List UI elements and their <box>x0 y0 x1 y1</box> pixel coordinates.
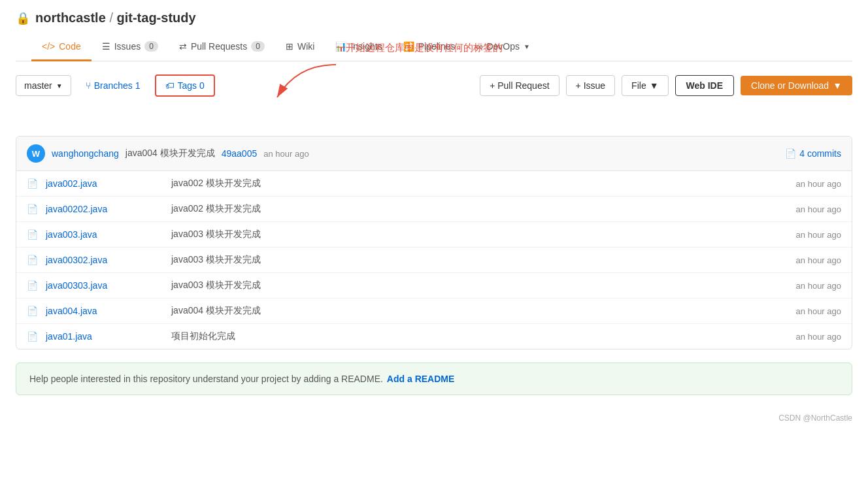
repo-owner: northcastle <box>35 10 106 25</box>
file-time: an hour ago <box>776 204 841 214</box>
pull-requests-icon: ⇄ <box>179 41 187 52</box>
clone-download-button[interactable]: Clone or Download ▼ <box>741 76 852 95</box>
tags-button[interactable]: 🏷 Tags 0 <box>155 74 215 97</box>
tab-devops-label: DevOps <box>486 41 520 52</box>
repo-separator: / <box>109 10 116 25</box>
file-commit: java004 模块开发完成 <box>171 305 768 317</box>
clone-caret-icon: ▼ <box>833 80 842 91</box>
issues-badge: 0 <box>144 41 158 52</box>
toolbar: master ▼ ⑂ Branches 1 🏷 Tags 0 + Pull Re… <box>16 74 852 97</box>
branch-dropdown[interactable]: master ▼ <box>16 75 71 96</box>
tags-label: Tags 0 <box>178 80 205 91</box>
file-row: 📄 java00202.java java002 模块开发完成 an hour … <box>16 197 852 222</box>
web-ide-button[interactable]: Web IDE <box>675 75 735 96</box>
commit-message: java004 模块开发完成 <box>125 148 215 159</box>
tab-pull-requests-label: Pull Requests <box>191 41 247 52</box>
tab-wiki[interactable]: ⊞ Wiki <box>275 33 325 61</box>
file-name[interactable]: java00202.java <box>46 204 163 214</box>
pull-request-button-label: + Pull Request <box>490 80 549 91</box>
file-icon: 📄 <box>27 280 38 291</box>
tab-insights[interactable]: 📊 Insights <box>325 33 392 61</box>
wiki-icon: ⊞ <box>286 41 293 52</box>
file-time: an hour ago <box>776 255 841 265</box>
footer-text: CSDN @NorthCastle <box>778 413 852 423</box>
add-readme-link[interactable]: Add a README <box>387 374 454 384</box>
file-name[interactable]: java01.java <box>46 331 163 342</box>
file-commit: 项目初始化完成 <box>171 331 768 342</box>
file-commit: java003 模块开发完成 <box>171 229 768 240</box>
insights-icon: 📊 <box>335 41 346 52</box>
code-icon: </> <box>42 41 55 52</box>
branch-caret-icon: ▼ <box>56 82 63 89</box>
file-button[interactable]: File ▼ <box>622 75 668 96</box>
tab-pull-requests[interactable]: ⇄ Pull Requests 0 <box>169 33 275 61</box>
file-commit: java002 模块开发完成 <box>171 178 768 189</box>
tab-issues[interactable]: ☰ Issues 0 <box>92 33 169 61</box>
file-commit: java003 模块开发完成 <box>171 280 768 291</box>
file-name[interactable]: java002.java <box>46 178 163 189</box>
readme-notice: Help people interested in this repositor… <box>16 363 852 395</box>
commit-author[interactable]: wanghongchang <box>52 148 119 159</box>
repo-full-name: northcastle / git-tag-study <box>35 10 196 25</box>
tab-issues-label: Issues <box>114 41 141 52</box>
devops-caret-icon: ▼ <box>524 43 530 50</box>
tag-icon: 🏷 <box>165 80 175 91</box>
devops-icon: ∞ <box>476 41 482 52</box>
pull-requests-badge: 0 <box>251 41 265 52</box>
tab-pipelines-label: Pipelines <box>418 41 456 52</box>
commit-header: W wanghongchang java004 模块开发完成 49aa005 a… <box>16 137 852 171</box>
file-name[interactable]: java00302.java <box>46 255 163 265</box>
file-row: 📄 java004.java java004 模块开发完成 an hour ag… <box>16 299 852 324</box>
web-ide-label: Web IDE <box>686 80 724 91</box>
repo-name: git-tag-study <box>117 10 196 25</box>
branches-count-label: Branches 1 <box>94 80 141 91</box>
file-time: an hour ago <box>776 281 841 291</box>
pipelines-icon: 🔁 <box>403 41 414 52</box>
file-row: 📄 java002.java java002 模块开发完成 an hour ag… <box>16 171 852 197</box>
file-commit: java003 模块开发完成 <box>171 254 768 266</box>
file-icon: 📄 <box>27 178 38 189</box>
commits-count-label: 4 commits <box>799 148 841 159</box>
file-time: an hour ago <box>776 306 841 316</box>
nav-tabs: </> Code ☰ Issues 0 ⇄ Pull Requests 0 ⊞ … <box>16 33 852 61</box>
pull-request-button[interactable]: + Pull Request <box>480 75 559 96</box>
tab-code[interactable]: </> Code <box>31 33 92 61</box>
tab-devops[interactable]: ∞ DevOps ▼ <box>465 33 540 61</box>
clone-button-label: Clone or Download <box>751 80 829 91</box>
file-row: 📄 java00303.java java003 模块开发完成 an hour … <box>16 273 852 299</box>
file-row: 📄 java01.java 项目初始化完成 an hour ago <box>16 324 852 349</box>
file-row: 📄 java003.java java003 模块开发完成 an hour ag… <box>16 222 852 248</box>
commit-time: an hour ago <box>263 149 309 159</box>
tab-pipelines[interactable]: 🔁 Pipelines <box>393 33 466 61</box>
file-name[interactable]: java003.java <box>46 229 163 240</box>
file-row: 📄 java00302.java java003 模块开发完成 an hour … <box>16 248 852 273</box>
file-name[interactable]: java004.java <box>46 306 163 316</box>
file-time: an hour ago <box>776 332 841 342</box>
commit-count[interactable]: 📄 4 commits <box>785 148 841 159</box>
commits-count-icon: 📄 <box>785 148 796 159</box>
issues-icon: ☰ <box>102 41 110 52</box>
file-icon: 📄 <box>27 255 38 265</box>
branch-label: master <box>24 80 52 91</box>
file-icon: 📄 <box>27 229 38 240</box>
lock-icon: 🔒 <box>16 11 30 25</box>
file-icon: 📄 <box>27 306 38 316</box>
commit-hash[interactable]: 49aa005 <box>222 148 258 159</box>
file-time: an hour ago <box>776 230 841 240</box>
tab-code-label: Code <box>59 41 80 52</box>
tab-insights-label: Insights <box>350 41 382 52</box>
branch-icon: ⑂ <box>86 80 91 91</box>
author-avatar: W <box>27 144 45 163</box>
file-table: W wanghongchang java004 模块开发完成 49aa005 a… <box>16 136 852 349</box>
file-name[interactable]: java00303.java <box>46 280 163 291</box>
file-button-label: File <box>631 80 646 91</box>
branches-link[interactable]: ⑂ Branches 1 <box>78 76 148 95</box>
file-commit: java002 模块开发完成 <box>171 203 768 215</box>
file-caret-icon: ▼ <box>650 80 659 91</box>
issue-button[interactable]: + Issue <box>566 75 616 96</box>
file-icon: 📄 <box>27 204 38 214</box>
file-time: an hour ago <box>776 179 841 189</box>
issue-button-label: + Issue <box>576 80 606 91</box>
file-icon: 📄 <box>27 331 38 342</box>
readme-notice-text: Help people interested in this repositor… <box>29 374 383 384</box>
